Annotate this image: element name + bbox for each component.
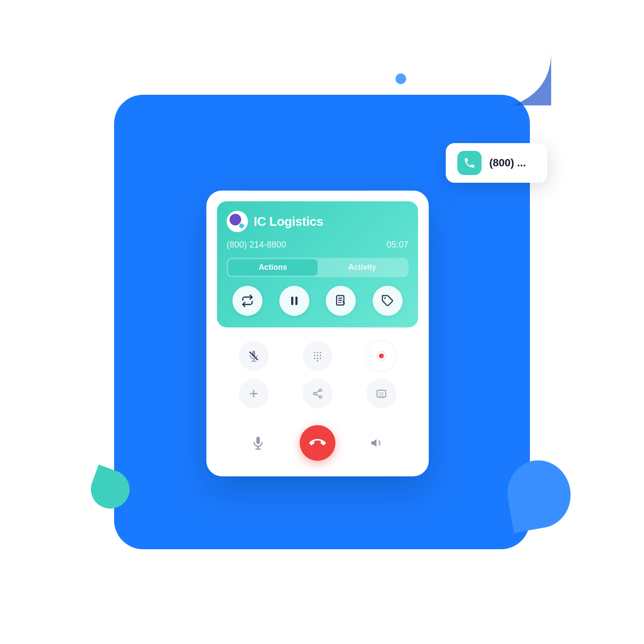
svg-rect-0 [291, 296, 293, 305]
mute-button[interactable] [239, 341, 269, 371]
end-call-row [206, 420, 429, 461]
record-icon [376, 350, 387, 362]
company-row: IC Logistics [227, 211, 409, 232]
teal-card: IC Logistics (800) 214-8800 05:07 Action… [217, 201, 418, 327]
deco-wedge-icon [498, 52, 551, 105]
phone-popup: (800) ... [446, 143, 547, 183]
pause-icon [288, 294, 301, 307]
tab-activity[interactable]: Activity [318, 259, 407, 276]
notes-icon [335, 294, 347, 307]
phone-card: IC Logistics (800) 214-8800 05:07 Action… [206, 190, 429, 476]
tag-icon [381, 294, 394, 307]
svg-point-13 [320, 358, 321, 359]
company-logo [227, 211, 248, 232]
popup-number-text: (800) ... [489, 157, 526, 169]
mute-icon [248, 350, 260, 362]
logo-circle-small [238, 222, 245, 229]
flip-button[interactable] [366, 379, 396, 409]
add-button[interactable] [239, 379, 269, 409]
mic-icon [251, 436, 265, 450]
flip-icon [376, 388, 387, 399]
hold-button[interactable] [279, 286, 309, 316]
end-call-button[interactable] [300, 425, 336, 461]
transfer-icon [241, 294, 254, 307]
add-icon [248, 388, 260, 399]
svg-point-16 [379, 353, 384, 358]
svg-point-21 [319, 396, 322, 398]
speaker-button[interactable] [365, 430, 390, 455]
svg-point-6 [317, 352, 318, 353]
deco-dot [395, 73, 406, 84]
svg-rect-25 [379, 392, 384, 395]
tabs-row: Actions Activity [227, 258, 409, 277]
svg-point-3 [384, 297, 386, 299]
svg-point-7 [320, 352, 321, 353]
call-timer: 05:07 [387, 240, 409, 250]
svg-point-8 [314, 355, 315, 356]
call-info-row: (800) 214-8800 05:07 [227, 240, 409, 250]
svg-line-23 [316, 394, 319, 396]
svg-point-5 [314, 352, 315, 353]
phone-icon [463, 157, 476, 169]
tab-actions[interactable]: Actions [228, 259, 318, 276]
svg-marker-26 [371, 439, 377, 447]
share-icon [312, 388, 323, 399]
action-buttons-row [227, 286, 409, 316]
transfer-button[interactable] [233, 286, 263, 316]
phone-number: (800) 214-8800 [227, 240, 286, 250]
svg-point-12 [317, 358, 318, 359]
svg-point-14 [317, 360, 318, 362]
keypad-button[interactable] [303, 341, 333, 371]
end-call-icon [309, 435, 326, 451]
popup-phone-icon [457, 151, 482, 175]
mic-button[interactable] [246, 430, 271, 455]
tag-button[interactable] [373, 286, 403, 316]
share-button[interactable] [303, 379, 333, 409]
keypad-icon [312, 350, 323, 362]
svg-point-10 [320, 355, 321, 356]
company-name: IC Logistics [254, 214, 323, 229]
svg-point-19 [319, 389, 322, 392]
record-button[interactable] [366, 341, 396, 371]
svg-point-20 [313, 393, 316, 395]
speaker-icon [370, 436, 384, 450]
svg-point-11 [314, 358, 315, 359]
svg-line-22 [316, 391, 319, 393]
notes-button[interactable] [326, 286, 356, 316]
logo-inner [229, 213, 246, 230]
secondary-grid [206, 327, 429, 416]
svg-rect-1 [295, 296, 297, 305]
scene: (800) ... IC Logistics (800) 214-8800 05… [0, 0, 644, 644]
svg-point-9 [317, 355, 318, 356]
